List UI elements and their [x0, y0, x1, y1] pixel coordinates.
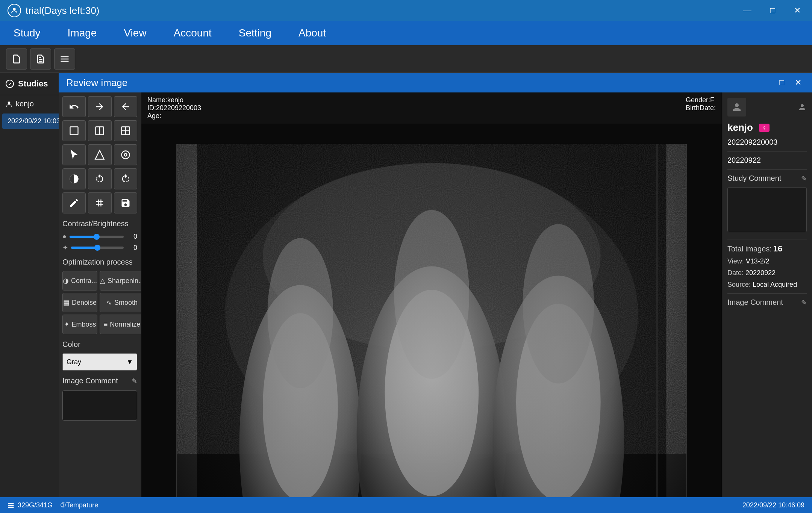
smooth-opt-label: Smooth [114, 299, 138, 307]
minimize-button[interactable]: — [739, 4, 755, 17]
brightness-value: 0 [127, 244, 137, 252]
normalize-opt-icon: ≡ [104, 321, 108, 328]
contrast-opt-btn[interactable]: ◑ Contra... [62, 271, 97, 291]
contrast-btn[interactable] [62, 168, 86, 189]
title-bar-controls: — □ ✕ [739, 4, 804, 17]
menu-setting[interactable]: Setting [233, 24, 277, 42]
nav-row-2 [62, 120, 137, 141]
sharpen-opt-btn[interactable]: △ Sharpenin... [100, 271, 141, 291]
undo-btn[interactable] [62, 96, 86, 117]
svg-marker-37 [95, 150, 104, 159]
back-btn[interactable] [114, 96, 137, 117]
menu-about[interactable]: About [292, 24, 332, 42]
review-title: Review image [66, 77, 127, 89]
svg-rect-31 [70, 127, 78, 135]
source-label: Source: [727, 281, 751, 288]
toolbar-new-doc[interactable] [6, 48, 27, 70]
menu-image[interactable]: Image [62, 24, 103, 42]
circle-btn[interactable] [114, 144, 137, 165]
contrast-slider-row: ● 0 [62, 233, 137, 241]
sharpen-opt-label: Sharpenin... [108, 277, 141, 285]
review-maximize-btn[interactable]: □ [776, 76, 787, 89]
tool-row-2 [62, 168, 137, 189]
rotate-right-btn[interactable] [114, 168, 137, 189]
right-patient-id: 202209220003 [727, 138, 807, 147]
toolbar-doc-list[interactable] [30, 48, 51, 70]
title-text: trial(Days left:30) [26, 5, 100, 17]
main-xray-display[interactable] [141, 124, 722, 497]
measure-btn[interactable] [88, 144, 111, 165]
review-close-btn[interactable]: ✕ [792, 76, 804, 89]
toolbar [0, 45, 812, 73]
study-comment-title: Study Comment [727, 174, 781, 183]
brightness-track[interactable] [71, 247, 124, 249]
total-images-value: 16 [773, 244, 782, 254]
smooth-opt-icon: ∿ [106, 298, 112, 307]
datetime-status: 2022/09/22 10:46:09 [742, 501, 804, 509]
patient-name: kenjo [16, 100, 34, 108]
save-btn[interactable] [114, 192, 137, 213]
contrast-value: 0 [127, 233, 137, 241]
quad-view-btn[interactable] [114, 120, 137, 141]
color-select[interactable]: Gray ▼ [62, 353, 137, 371]
menu-view[interactable]: View [118, 24, 152, 42]
denoise-opt-btn[interactable]: ▤ Denoise [62, 293, 97, 312]
select-btn[interactable] [62, 144, 86, 165]
rotate-left-btn[interactable] [88, 168, 111, 189]
color-label: Color [62, 340, 137, 349]
single-view-btn[interactable] [62, 120, 86, 141]
emboss-opt-icon: ✦ [64, 320, 70, 328]
view-value: V13-2/2 [746, 257, 770, 265]
image-comment-panel-label: Image Comment [727, 298, 783, 307]
close-button[interactable]: ✕ [790, 4, 804, 17]
image-header-left: Name:kenjo ID:202209220003 Age: [147, 96, 201, 120]
svg-point-39 [124, 154, 127, 156]
svg-rect-58 [197, 144, 666, 497]
grid-btn[interactable] [88, 192, 111, 213]
forward-btn[interactable] [88, 96, 111, 117]
svg-point-0 [13, 8, 15, 11]
contrast-track[interactable] [70, 236, 124, 238]
contrast-opt-label: Contra... [71, 277, 97, 285]
right-panel-icon [798, 103, 807, 112]
nav-row-1 [62, 96, 137, 117]
patient-name-header: Name:kenjo [147, 96, 201, 104]
menu-study[interactable]: Study [8, 24, 47, 42]
patient-gender-header: Gender:F [686, 96, 716, 104]
menu-account[interactable]: Account [168, 24, 218, 42]
emboss-opt-btn[interactable]: ✦ Emboss [62, 315, 97, 334]
status-left: 329G/341G ①Tempature [8, 501, 98, 509]
toolbar-menu[interactable] [54, 48, 75, 70]
image-comment-panel-edit-btn[interactable]: ✎ [801, 298, 807, 307]
contrast-icon: ● [62, 233, 67, 241]
dual-view-btn[interactable] [88, 120, 111, 141]
brightness-slider-row: ✦ 0 [62, 244, 137, 252]
review-panel: Review image □ ✕ [59, 73, 812, 497]
date-label: Date: [727, 269, 744, 277]
study-comment-area[interactable] [727, 187, 807, 232]
tool-row-1 [62, 144, 137, 165]
main-image-area: Name:kenjo ID:202209220003 Age: Gender:F… [141, 92, 722, 497]
study-comment-edit-btn[interactable]: ✎ [801, 174, 807, 183]
patient-id-header: ID:202209220003 [147, 104, 201, 112]
image-comment-area[interactable] [62, 390, 137, 421]
review-header: Review image □ ✕ [59, 73, 812, 92]
color-dropdown-icon: ▼ [126, 358, 133, 366]
maximize-button[interactable]: □ [767, 4, 779, 17]
optimization-grid: ◑ Contra... △ Sharpenin... ▤ Denoise ∿ S… [62, 271, 137, 334]
image-comment-edit-btn[interactable]: ✎ [132, 377, 137, 385]
temperature-status: ①Tempature [60, 501, 98, 509]
normalize-opt-label: Normalize [110, 321, 140, 328]
sharpen-opt-icon: △ [100, 277, 105, 285]
normalize-opt-btn[interactable]: ≡ Normalize [100, 315, 141, 334]
tool-row-3 [62, 192, 137, 213]
smooth-opt-btn[interactable]: ∿ Smooth [100, 293, 141, 312]
image-comment-label: Image Comment [62, 377, 118, 385]
denoise-opt-label: Denoise [72, 299, 97, 307]
emboss-opt-label: Emboss [72, 321, 96, 328]
menu-bar: Study Image View Account Setting About [0, 21, 812, 45]
storage-status: 329G/341G [8, 501, 53, 509]
annotate-btn[interactable] [62, 192, 86, 213]
patient-age-header: Age: [147, 112, 201, 120]
patient-birthdate-header: BirthDate: [686, 104, 716, 112]
